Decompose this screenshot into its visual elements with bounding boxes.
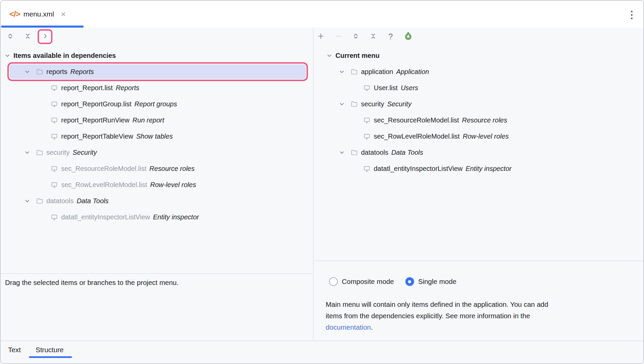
item-caption: Run report xyxy=(132,116,164,124)
chevron-down-icon[interactable] xyxy=(4,52,11,59)
chevron-down-icon[interactable] xyxy=(338,68,345,75)
chevron-down-icon[interactable] xyxy=(24,197,31,204)
tree-item-datatools[interactable]: datatoolsData Tools xyxy=(1,193,313,209)
item-caption: Row-level roles xyxy=(463,133,509,140)
tree-item-report_ReportGroup.list[interactable]: report_ReportGroup.listReport groups xyxy=(1,96,313,112)
item-id: sec_ResourceRoleModel.list xyxy=(374,116,459,124)
item-id: report_ReportRunView xyxy=(61,116,129,124)
item-id: sec_RowLevelRoleModel.list xyxy=(61,181,147,189)
mode-label[interactable]: Composite mode xyxy=(342,278,394,286)
dependencies-toolbar xyxy=(4,31,51,43)
chevron-down-icon[interactable] xyxy=(326,52,333,59)
mode-composite[interactable]: Composite mode xyxy=(329,277,394,286)
expand-all-icon xyxy=(352,33,359,41)
expand-all-icon xyxy=(7,33,14,41)
item-caption: Application xyxy=(396,68,429,76)
tree-item-sec_RowLevelRoleModel.list[interactable]: sec_RowLevelRoleModel.listRow-level role… xyxy=(1,177,313,193)
folder-icon xyxy=(35,148,43,156)
move-to-menu-button[interactable] xyxy=(38,29,52,44)
tree-item-application[interactable]: applicationApplication xyxy=(313,64,644,80)
tree-item-sec_ResourceRoleModel.list[interactable]: sec_ResourceRoleModel.listResource roles xyxy=(1,160,313,177)
description-line-2: items from the dependencies explicitly. … xyxy=(326,310,633,322)
tab-text[interactable]: Text xyxy=(8,346,21,354)
add-button[interactable] xyxy=(315,31,327,43)
tree-header-label: Current menu xyxy=(335,52,379,60)
help-icon: ? xyxy=(388,32,393,41)
tree-item-sec_RowLevelRoleModel.list[interactable]: sec_RowLevelRoleModel.listRow-level role… xyxy=(313,128,644,144)
tree-item-security[interactable]: securitySecurity xyxy=(313,96,644,112)
collapse-all-button[interactable] xyxy=(22,31,34,43)
view-icon xyxy=(50,213,58,221)
item-id: datatools xyxy=(361,149,388,156)
tree-item-reports[interactable]: reportsReports xyxy=(9,64,306,79)
item-caption: Report groups xyxy=(134,100,177,108)
radio-selected-icon[interactable] xyxy=(405,277,414,286)
item-id: reports xyxy=(46,68,67,76)
tree-header[interactable]: Current menu xyxy=(313,47,644,64)
close-tab-icon[interactable]: × xyxy=(61,11,66,17)
item-caption: Row-level roles xyxy=(150,181,196,189)
remove-button[interactable] xyxy=(332,31,344,43)
tree-item-report_Report.list[interactable]: report_Report.listReports xyxy=(1,80,313,96)
item-caption: Data Tools xyxy=(391,149,423,156)
editor-tab-menu-xml[interactable]: </> menu.xml × xyxy=(1,1,66,28)
mode-description: Main menu will contain only items define… xyxy=(326,299,633,333)
folder-icon xyxy=(35,197,43,205)
item-caption: Reports xyxy=(116,84,139,92)
tree-item-report_ReportTableView[interactable]: report_ReportTableViewShow tables xyxy=(1,128,313,144)
item-id: datatl_entityInspectorListView xyxy=(61,213,150,221)
tree-item-datatools[interactable]: datatoolsData Tools xyxy=(313,144,644,160)
folder-icon xyxy=(350,148,358,156)
left-panel-divider xyxy=(1,273,313,274)
item-id: sec_RowLevelRoleModel.list xyxy=(374,133,460,140)
tree-item-report_ReportRunView[interactable]: report_ReportRunViewRun report xyxy=(1,112,313,128)
collapse-all-icon xyxy=(24,33,31,41)
item-caption: Security xyxy=(73,149,97,156)
item-id: security xyxy=(361,100,384,108)
item-id: application xyxy=(361,68,393,76)
collapse-all-icon xyxy=(370,33,377,41)
mode-single[interactable]: Single mode xyxy=(405,277,456,286)
radio-unselected-icon[interactable] xyxy=(329,277,338,286)
xml-file-icon: </> xyxy=(9,9,20,19)
item-caption: Resource roles xyxy=(149,165,195,173)
item-id: datatl_entityInspectorListView xyxy=(374,165,462,173)
tab-structure[interactable]: Structure xyxy=(36,346,64,354)
more-options-icon[interactable] xyxy=(627,8,637,22)
tree-header-label: Items available in dependencies xyxy=(13,52,116,60)
drag-hint-text: Drag the selected items or branches to t… xyxy=(5,279,308,287)
collapse-all-button[interactable] xyxy=(367,31,379,43)
menu-designer-window: </> menu.xml × Items available in depend… xyxy=(0,0,644,364)
editor-mode-tabbar: Text Structure xyxy=(1,340,643,363)
view-icon xyxy=(50,132,58,140)
tab-title: menu.xml xyxy=(24,10,54,18)
chevron-down-icon[interactable] xyxy=(338,101,345,107)
chevron-down-icon[interactable] xyxy=(338,149,345,156)
flame-icon xyxy=(404,32,413,42)
item-id: security xyxy=(46,149,70,156)
documentation-link[interactable]: documentation xyxy=(326,323,371,331)
help-button[interactable]: ? xyxy=(385,31,397,43)
item-caption: Users xyxy=(401,84,418,92)
expand-all-button[interactable] xyxy=(4,31,16,43)
chevron-down-icon[interactable] xyxy=(24,68,31,75)
tree-item-datatl_entityInspectorListView[interactable]: datatl_entityInspectorListViewEntity ins… xyxy=(313,160,644,177)
view-icon xyxy=(363,132,371,140)
jmix-hot-deploy-button[interactable] xyxy=(402,31,414,43)
view-icon xyxy=(363,116,371,124)
item-caption: Entity inspector xyxy=(153,213,199,221)
mode-label[interactable]: Single mode xyxy=(418,278,456,286)
expand-all-button[interactable] xyxy=(350,31,362,43)
item-id: sec_ResourceRoleModel.list xyxy=(61,165,146,173)
item-caption: Reports xyxy=(70,68,94,76)
chevron-down-icon[interactable] xyxy=(24,149,31,156)
tree-item-User.list[interactable]: User.listUsers xyxy=(313,80,644,96)
tree-item-security[interactable]: securitySecurity xyxy=(1,144,313,160)
folder-icon xyxy=(350,100,358,108)
tree-item-sec_ResourceRoleModel.list[interactable]: sec_ResourceRoleModel.listResource roles xyxy=(313,112,644,128)
active-editor-tab-indicator xyxy=(1,26,84,28)
item-caption: Data Tools xyxy=(77,197,109,205)
chevron-right-icon xyxy=(42,33,49,41)
tree-item-datatl_entityInspectorListView[interactable]: datatl_entityInspectorListViewEntity ins… xyxy=(1,209,313,225)
tree-header[interactable]: Items available in dependencies xyxy=(1,47,313,64)
